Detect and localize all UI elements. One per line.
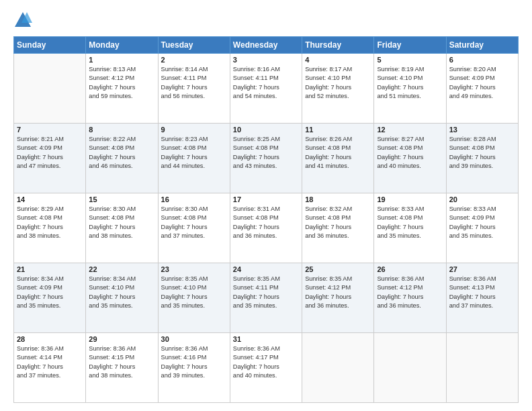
day-number: 28 bbox=[17, 335, 83, 343]
calendar-cell: 14Sunrise: 8:29 AM Sunset: 4:08 PM Dayli… bbox=[14, 193, 86, 263]
day-info: Sunrise: 8:34 AM Sunset: 4:10 PM Dayligh… bbox=[89, 275, 154, 310]
day-info: Sunrise: 8:14 AM Sunset: 4:11 PM Dayligh… bbox=[161, 65, 227, 101]
day-info: Sunrise: 8:13 AM Sunset: 4:12 PM Dayligh… bbox=[89, 65, 154, 101]
calendar-cell: 17Sunrise: 8:31 AM Sunset: 4:08 PM Dayli… bbox=[230, 193, 302, 263]
day-info: Sunrise: 8:19 AM Sunset: 4:10 PM Dayligh… bbox=[377, 65, 443, 101]
day-number: 3 bbox=[233, 56, 299, 64]
day-info: Sunrise: 8:36 AM Sunset: 4:16 PM Dayligh… bbox=[161, 345, 227, 380]
calendar-cell: 24Sunrise: 8:35 AM Sunset: 4:11 PM Dayli… bbox=[230, 263, 302, 333]
day-number: 16 bbox=[161, 195, 227, 203]
calendar-cell: 11Sunrise: 8:26 AM Sunset: 4:08 PM Dayli… bbox=[302, 124, 374, 193]
weekday-header-thursday: Thursday bbox=[302, 37, 374, 54]
calendar-cell: 29Sunrise: 8:36 AM Sunset: 4:15 PM Dayli… bbox=[86, 333, 158, 403]
day-number: 14 bbox=[17, 195, 83, 203]
day-number: 30 bbox=[161, 335, 227, 343]
calendar-cell: 19Sunrise: 8:33 AM Sunset: 4:08 PM Dayli… bbox=[374, 193, 446, 263]
day-number: 11 bbox=[305, 126, 371, 134]
day-info: Sunrise: 8:36 AM Sunset: 4:12 PM Dayligh… bbox=[377, 275, 443, 310]
weekday-header-tuesday: Tuesday bbox=[158, 37, 230, 54]
day-number: 13 bbox=[449, 126, 515, 134]
day-number: 24 bbox=[233, 265, 299, 273]
calendar-cell: 21Sunrise: 8:34 AM Sunset: 4:09 PM Dayli… bbox=[14, 263, 86, 333]
calendar-cell: 31Sunrise: 8:36 AM Sunset: 4:17 PM Dayli… bbox=[230, 333, 302, 403]
day-info: Sunrise: 8:23 AM Sunset: 4:08 PM Dayligh… bbox=[161, 135, 227, 171]
calendar-cell: 10Sunrise: 8:25 AM Sunset: 4:08 PM Dayli… bbox=[230, 124, 302, 193]
calendar-week-row: 7Sunrise: 8:21 AM Sunset: 4:09 PM Daylig… bbox=[14, 124, 519, 193]
calendar-cell: 28Sunrise: 8:36 AM Sunset: 4:14 PM Dayli… bbox=[14, 333, 86, 403]
day-number: 6 bbox=[449, 56, 515, 64]
day-info: Sunrise: 8:34 AM Sunset: 4:09 PM Dayligh… bbox=[17, 275, 83, 310]
logo-icon bbox=[13, 11, 32, 30]
calendar-cell: 1Sunrise: 8:13 AM Sunset: 4:12 PM Daylig… bbox=[86, 54, 158, 124]
day-number: 25 bbox=[305, 265, 371, 273]
day-info: Sunrise: 8:35 AM Sunset: 4:12 PM Dayligh… bbox=[305, 275, 371, 310]
weekday-header-friday: Friday bbox=[374, 37, 446, 54]
day-number: 4 bbox=[305, 56, 371, 64]
day-info: Sunrise: 8:31 AM Sunset: 4:08 PM Dayligh… bbox=[233, 205, 299, 240]
calendar-cell: 5Sunrise: 8:19 AM Sunset: 4:10 PM Daylig… bbox=[374, 54, 446, 124]
day-info: Sunrise: 8:17 AM Sunset: 4:10 PM Dayligh… bbox=[305, 65, 371, 101]
calendar-week-row: 28Sunrise: 8:36 AM Sunset: 4:14 PM Dayli… bbox=[14, 333, 519, 403]
day-number: 27 bbox=[449, 265, 515, 273]
day-number: 9 bbox=[161, 126, 227, 134]
calendar-cell: 25Sunrise: 8:35 AM Sunset: 4:12 PM Dayli… bbox=[302, 263, 374, 333]
calendar-cell: 8Sunrise: 8:22 AM Sunset: 4:08 PM Daylig… bbox=[86, 124, 158, 193]
day-number: 23 bbox=[161, 265, 227, 273]
calendar-cell: 12Sunrise: 8:27 AM Sunset: 4:08 PM Dayli… bbox=[374, 124, 446, 193]
day-info: Sunrise: 8:28 AM Sunset: 4:08 PM Dayligh… bbox=[449, 135, 515, 171]
day-number: 8 bbox=[89, 126, 154, 134]
day-info: Sunrise: 8:36 AM Sunset: 4:17 PM Dayligh… bbox=[233, 345, 299, 380]
calendar-cell: 9Sunrise: 8:23 AM Sunset: 4:08 PM Daylig… bbox=[158, 124, 230, 193]
calendar-cell: 6Sunrise: 8:20 AM Sunset: 4:09 PM Daylig… bbox=[446, 54, 518, 124]
day-number: 21 bbox=[17, 265, 83, 273]
calendar-cell: 2Sunrise: 8:14 AM Sunset: 4:11 PM Daylig… bbox=[158, 54, 230, 124]
calendar-week-row: 14Sunrise: 8:29 AM Sunset: 4:08 PM Dayli… bbox=[14, 193, 519, 263]
weekday-header-monday: Monday bbox=[86, 37, 158, 54]
calendar-cell: 3Sunrise: 8:16 AM Sunset: 4:11 PM Daylig… bbox=[230, 54, 302, 124]
day-info: Sunrise: 8:30 AM Sunset: 4:08 PM Dayligh… bbox=[161, 205, 227, 240]
logo bbox=[13, 11, 35, 30]
weekday-header-row: SundayMondayTuesdayWednesdayThursdayFrid… bbox=[14, 37, 519, 54]
calendar-cell: 23Sunrise: 8:35 AM Sunset: 4:10 PM Dayli… bbox=[158, 263, 230, 333]
day-info: Sunrise: 8:36 AM Sunset: 4:15 PM Dayligh… bbox=[89, 345, 154, 380]
calendar-cell: 7Sunrise: 8:21 AM Sunset: 4:09 PM Daylig… bbox=[14, 124, 86, 193]
calendar-cell bbox=[374, 333, 446, 403]
day-number: 31 bbox=[233, 335, 299, 343]
day-number: 29 bbox=[89, 335, 154, 343]
header bbox=[13, 11, 519, 30]
day-info: Sunrise: 8:30 AM Sunset: 4:08 PM Dayligh… bbox=[89, 205, 154, 240]
day-info: Sunrise: 8:36 AM Sunset: 4:13 PM Dayligh… bbox=[449, 275, 515, 310]
day-number: 10 bbox=[233, 126, 299, 134]
page: SundayMondayTuesdayWednesdayThursdayFrid… bbox=[0, 0, 532, 411]
day-number: 2 bbox=[161, 56, 227, 64]
day-info: Sunrise: 8:16 AM Sunset: 4:11 PM Dayligh… bbox=[233, 65, 299, 101]
calendar-cell bbox=[14, 54, 86, 124]
day-number: 22 bbox=[89, 265, 154, 273]
calendar-table: SundayMondayTuesdayWednesdayThursdayFrid… bbox=[13, 36, 519, 403]
calendar-week-row: 1Sunrise: 8:13 AM Sunset: 4:12 PM Daylig… bbox=[14, 54, 519, 124]
calendar-week-row: 21Sunrise: 8:34 AM Sunset: 4:09 PM Dayli… bbox=[14, 263, 519, 333]
day-info: Sunrise: 8:35 AM Sunset: 4:11 PM Dayligh… bbox=[233, 275, 299, 310]
calendar-cell: 4Sunrise: 8:17 AM Sunset: 4:10 PM Daylig… bbox=[302, 54, 374, 124]
calendar-cell: 18Sunrise: 8:32 AM Sunset: 4:08 PM Dayli… bbox=[302, 193, 374, 263]
day-number: 5 bbox=[377, 56, 443, 64]
calendar-cell bbox=[446, 333, 518, 403]
calendar-cell: 22Sunrise: 8:34 AM Sunset: 4:10 PM Dayli… bbox=[86, 263, 158, 333]
day-info: Sunrise: 8:33 AM Sunset: 4:08 PM Dayligh… bbox=[377, 205, 443, 240]
weekday-header-sunday: Sunday bbox=[14, 37, 86, 54]
day-number: 7 bbox=[17, 126, 83, 134]
day-number: 26 bbox=[377, 265, 443, 273]
day-number: 15 bbox=[89, 195, 154, 203]
day-number: 20 bbox=[449, 195, 515, 203]
calendar-cell: 20Sunrise: 8:33 AM Sunset: 4:09 PM Dayli… bbox=[446, 193, 518, 263]
weekday-header-saturday: Saturday bbox=[446, 37, 518, 54]
calendar-cell: 27Sunrise: 8:36 AM Sunset: 4:13 PM Dayli… bbox=[446, 263, 518, 333]
calendar-cell bbox=[302, 333, 374, 403]
day-info: Sunrise: 8:27 AM Sunset: 4:08 PM Dayligh… bbox=[377, 135, 443, 171]
day-info: Sunrise: 8:36 AM Sunset: 4:14 PM Dayligh… bbox=[17, 345, 83, 380]
calendar-cell: 30Sunrise: 8:36 AM Sunset: 4:16 PM Dayli… bbox=[158, 333, 230, 403]
day-info: Sunrise: 8:35 AM Sunset: 4:10 PM Dayligh… bbox=[161, 275, 227, 310]
day-info: Sunrise: 8:22 AM Sunset: 4:08 PM Dayligh… bbox=[89, 135, 154, 171]
day-info: Sunrise: 8:21 AM Sunset: 4:09 PM Dayligh… bbox=[17, 135, 83, 171]
day-info: Sunrise: 8:33 AM Sunset: 4:09 PM Dayligh… bbox=[449, 205, 515, 240]
